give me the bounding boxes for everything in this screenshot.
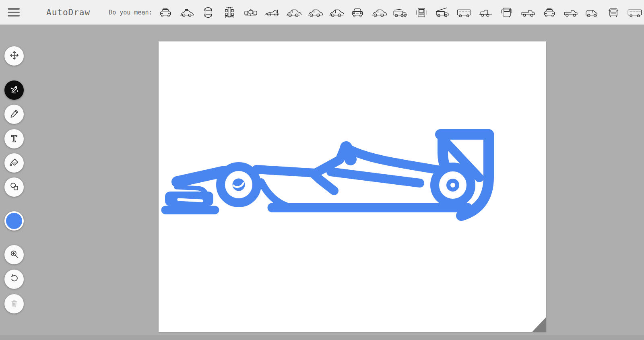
suggestion-police-car-front-icon[interactable] <box>157 4 173 21</box>
suggestion-ladder-truck-side-icon[interactable] <box>435 4 451 21</box>
suggestion-semi-truck-front-icon[interactable] <box>499 4 515 21</box>
drawing-group <box>165 134 489 216</box>
move-icon <box>9 50 20 62</box>
suggestion-van-front-icon[interactable] <box>605 4 621 21</box>
suggestion-strip <box>157 0 644 25</box>
tool-type-button[interactable] <box>4 129 24 148</box>
magic-pencil-icon <box>9 84 20 96</box>
suggestion-car-front-icon[interactable] <box>349 4 365 21</box>
suggestion-police-car-front-2-icon[interactable] <box>541 4 557 21</box>
suggestion-car-side-icon[interactable] <box>328 4 344 21</box>
suggestion-police-car-side-icon[interactable] <box>179 4 195 21</box>
tool-palette <box>4 0 25 313</box>
suggestion-bus-side-icon[interactable] <box>456 4 472 21</box>
do-you-mean-label: Do you mean: <box>109 9 152 16</box>
trash-icon <box>9 298 20 310</box>
text-icon <box>9 133 20 145</box>
suggestion-race-car-front-icon[interactable] <box>243 4 259 21</box>
tool-color-button[interactable] <box>4 211 24 231</box>
drawing-canvas[interactable] <box>159 41 546 332</box>
shapes-icon <box>9 181 20 193</box>
suggestion-compact-car-side-icon[interactable] <box>285 4 301 21</box>
suggestion-minibus-side-icon[interactable] <box>627 4 643 21</box>
tool-fill-button[interactable] <box>4 153 24 173</box>
tool-autodraw-button[interactable] <box>4 80 24 100</box>
magnifier-icon <box>9 249 20 261</box>
suggestion-roadster-side-icon[interactable] <box>520 4 536 21</box>
undo-icon <box>9 273 20 285</box>
app-title: AutoDraw <box>46 8 90 17</box>
tool-zoom-button[interactable] <box>4 245 24 264</box>
suggestion-fire-truck-side-icon[interactable] <box>392 4 408 21</box>
suggestion-pickup-truck-side-icon[interactable] <box>563 4 579 21</box>
suggestion-race-car-side-icon[interactable] <box>264 4 280 21</box>
tool-shape-button[interactable] <box>4 177 24 197</box>
pencil-icon <box>9 108 20 120</box>
tool-undo-button[interactable] <box>4 270 24 289</box>
suggestion-car-top-view-icon[interactable] <box>200 4 216 21</box>
suggestion-fire-truck-rear-icon[interactable] <box>413 4 429 21</box>
top-bar: AutoDraw Do you mean: <box>0 0 644 25</box>
suggestion-truck-cab-side-icon[interactable] <box>477 4 493 21</box>
suggestion-race-car-top-view-icon[interactable] <box>221 4 237 21</box>
tool-draw-button[interactable] <box>4 105 24 124</box>
paint-bucket-icon <box>9 157 20 169</box>
bottom-edge <box>0 335 644 340</box>
tool-select-button[interactable] <box>4 46 24 66</box>
suggestion-van-side-icon[interactable] <box>584 4 600 21</box>
suggestion-sedan-side-icon[interactable] <box>307 4 323 21</box>
suggestion-sedan-side-2-icon[interactable] <box>371 4 387 21</box>
canvas-resize-handle[interactable] <box>532 317 546 332</box>
tool-delete-button[interactable] <box>4 294 24 313</box>
race-car-drawing <box>159 41 546 332</box>
